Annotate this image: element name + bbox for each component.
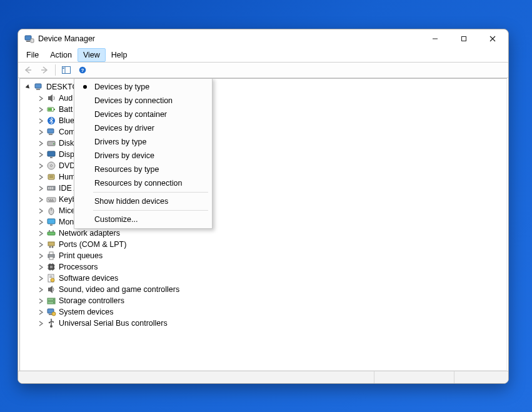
expander-icon[interactable] [36,150,45,159]
cpu-icon [46,262,56,272]
app-icon [24,34,34,44]
tree-node[interactable]: Sound, video and game controllers [23,284,507,295]
network-icon [46,228,56,238]
tree-node[interactable]: Software devices [23,273,507,284]
svg-rect-68 [48,288,50,291]
status-cell-1 [18,371,374,383]
close-button[interactable] [478,29,507,48]
content-area: DESKTOAudBattBlueComDiskDispDVDHumIDE AK… [18,78,508,371]
menu-item-label: Resources by connection [94,179,182,188]
svg-rect-2 [31,39,34,43]
view-menu-item[interactable]: Devices by container [76,108,211,121]
tree-node[interactable]: Universal Serial Bus controllers [23,318,507,329]
expander-icon[interactable] [36,94,45,103]
help-button[interactable]: ? [75,63,90,77]
tree-node[interactable]: System devices [23,306,507,318]
tree-label: Software devices [59,273,118,284]
svg-rect-15 [36,89,40,90]
expander-icon[interactable] [36,206,45,215]
expander-icon[interactable] [36,296,45,305]
audio-icon [46,93,56,103]
display-icon [46,149,56,159]
svg-rect-18 [54,109,55,110]
computer2-icon [46,127,56,137]
tree-label: Ports (COM & LPT) [59,239,126,250]
maximize-button[interactable] [449,29,478,48]
expander-icon[interactable] [36,195,45,204]
expander-icon[interactable] [36,105,45,114]
menubar: File Action View Help [18,48,508,62]
expander-icon[interactable] [24,83,33,91]
tree-label: Universal Serial Bus controllers [59,318,168,329]
expander-icon[interactable] [36,128,45,136]
menu-help[interactable]: Help [106,48,133,62]
svg-rect-14 [35,84,41,88]
svg-rect-11 [63,68,64,69]
expander-icon[interactable] [36,116,45,125]
svg-rect-4 [462,37,466,41]
menu-separator [93,192,208,193]
view-menu-item[interactable]: Resources by type [76,163,211,176]
tree-label: Hum [59,171,75,183]
expander-icon[interactable] [36,173,45,181]
expander-icon[interactable] [36,161,45,170]
menu-view[interactable]: View [78,48,106,62]
toolbar: ? [18,62,508,78]
svg-rect-33 [48,187,49,189]
expander-icon[interactable] [36,274,45,283]
view-menu-item[interactable]: Show hidden devices [76,194,211,208]
view-menu-item[interactable]: Devices by driver [76,121,211,135]
svg-rect-79 [53,321,54,323]
menu-item-label: Devices by container [94,110,167,119]
hid-icon [46,172,56,182]
svg-rect-52 [49,252,53,254]
expander-icon[interactable] [36,229,45,238]
tree-label: Blue [59,115,74,126]
software-icon [46,273,56,283]
tree-label: Storage controllers [59,295,124,306]
tree-label: Network adapters [59,228,120,239]
tree-node[interactable]: Processors [23,261,507,273]
expander-icon[interactable] [36,285,45,294]
nav-back-button[interactable] [21,63,36,77]
expander-icon[interactable] [36,308,45,316]
view-menu-item[interactable]: Resources by connection [76,176,211,190]
show-hide-tree-button[interactable] [59,63,74,77]
expander-icon[interactable] [36,139,45,148]
tree-label: Disk [59,138,74,149]
view-menu-item[interactable]: Devices by type [76,80,211,94]
menu-item-label: Customize... [94,215,138,224]
nav-forward-button[interactable] [37,63,52,77]
expander-icon[interactable] [36,263,45,271]
tree-node[interactable]: Network adapters [23,228,507,239]
svg-rect-40 [49,201,54,202]
menu-item-label: Drivers by type [94,138,146,146]
view-menu-item[interactable]: Drivers by type [76,135,211,149]
menu-action[interactable]: Action [44,48,78,62]
svg-rect-22 [49,134,53,135]
svg-point-75 [52,312,56,316]
minimize-button[interactable] [421,29,449,48]
expander-icon[interactable] [36,218,45,226]
expander-icon[interactable] [36,251,45,260]
tree-node[interactable]: Storage controllers [23,295,507,306]
expander-icon[interactable] [36,240,45,249]
menu-item-label: Devices by connection [94,96,173,105]
svg-rect-48 [48,242,54,246]
view-menu-item[interactable]: Devices by connection [76,94,211,108]
svg-rect-19 [48,108,52,111]
svg-rect-53 [49,257,53,259]
tree-node[interactable]: Print queues [23,250,507,261]
tree-node[interactable]: Ports (COM & LPT) [23,239,507,250]
view-menu-item[interactable]: Drivers by device [76,149,211,163]
view-dropdown: Devices by typeDevices by connectionDevi… [74,78,213,229]
expander-icon[interactable] [36,184,45,193]
svg-rect-31 [49,177,53,178]
view-menu-item[interactable]: Customize... [76,213,211,226]
expander-icon[interactable] [36,319,45,328]
disk-icon [46,138,56,148]
ide-icon [46,183,56,193]
menu-file[interactable]: File [21,48,44,62]
usb-icon [46,318,56,328]
system-icon [46,307,56,317]
